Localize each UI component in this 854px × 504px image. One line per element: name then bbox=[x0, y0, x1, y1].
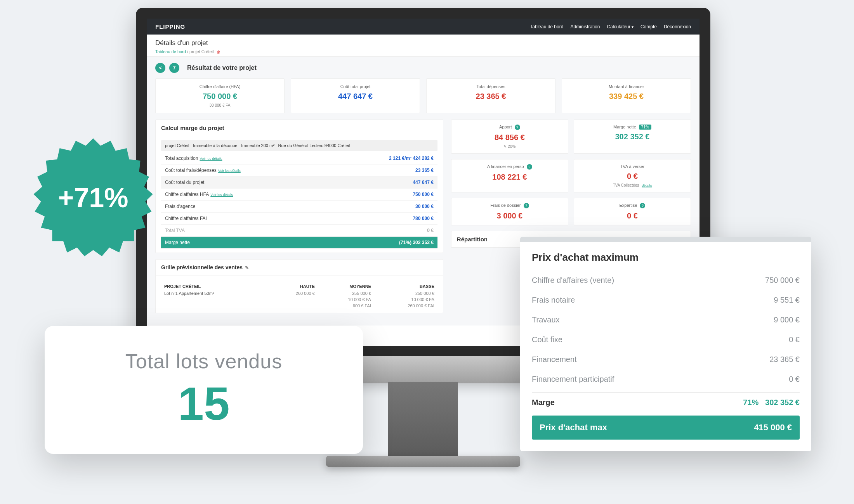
top-navbar: FLIPPING Tableau de bord Administration … bbox=[147, 19, 700, 35]
calc-row-marge: Marge nette (71%) 302 352 € bbox=[161, 237, 437, 249]
calc-marge-value: (71%) 302 352 € bbox=[399, 240, 434, 245]
help-icon[interactable]: ? bbox=[640, 203, 645, 208]
step-prev-button[interactable]: < bbox=[155, 63, 165, 73]
card-tva: TVA à verser 0 € TVA Collectées détails bbox=[574, 159, 691, 192]
grille-table: PROJET CRÉTEIL HAUTE MOYENNE BASSE Lot n… bbox=[161, 282, 437, 309]
card-frais-dossier: Frais de dossier ? 3 000 € bbox=[451, 198, 568, 225]
help-icon[interactable]: ? bbox=[524, 203, 529, 208]
card-expertise: Expertise ? 0 € bbox=[574, 198, 691, 225]
apport-sub[interactable]: ✎ 20% bbox=[455, 144, 564, 149]
kpi-cout-label: Coût total projet bbox=[295, 84, 416, 89]
apport-sub-text: 20% bbox=[508, 144, 516, 149]
grille-m2: 10 000 € FA bbox=[318, 296, 374, 303]
nav-dashboard[interactable]: Tableau de bord bbox=[530, 24, 563, 29]
exp-label: Expertise ? bbox=[578, 203, 687, 208]
prix-row-marge: Marge 71% 302 352 € bbox=[532, 392, 800, 412]
marge-value: 302 352 € bbox=[578, 132, 687, 141]
grille-row-2: 10 000 € FA 10 000 € FA bbox=[161, 296, 437, 303]
kpi-dep-label: Total dépenses bbox=[430, 84, 551, 89]
marge-label: Marge nette 71% bbox=[578, 125, 687, 129]
calc-acq-value: 2 121 €/m² 424 282 € bbox=[389, 156, 434, 161]
brand-logo[interactable]: FLIPPING bbox=[155, 23, 185, 30]
calc-row-hfa: Chiffre d'affaires HFAVoir les détails 7… bbox=[161, 189, 437, 201]
prix-financement-label: Financement bbox=[532, 355, 577, 364]
step-title: Résultat de votre projet bbox=[187, 64, 257, 71]
breadcrumb-root[interactable]: Tableau de bord bbox=[155, 49, 186, 54]
prix-ca-label: Chiffre d'affaires (vente) bbox=[532, 276, 614, 285]
card-financer-perso: A financer en perso ? 108 221 € bbox=[451, 159, 568, 192]
monitor-foot bbox=[326, 456, 520, 467]
calc-tva-value: 0 € bbox=[427, 228, 434, 233]
calc-marge-label: Marge nette bbox=[165, 240, 190, 245]
calc-panel-body: projet Créteil - Immeuble à la découpe -… bbox=[156, 136, 443, 253]
grille-col-proj: PROJET CRÉTEIL bbox=[161, 282, 269, 290]
prix-coutfixe-label: Coût fixe bbox=[532, 335, 562, 344]
prix-notaire-label: Frais notaire bbox=[532, 296, 575, 305]
prix-marge-pct: 71% bbox=[743, 398, 759, 407]
apport-label-text: Apport bbox=[499, 125, 512, 129]
kpi-fin-label: Montant à financer bbox=[566, 84, 687, 89]
prix-ca-value: 750 000 € bbox=[765, 276, 800, 285]
grille-body: PROJET CRÉTEIL HAUTE MOYENNE BASSE Lot n… bbox=[156, 275, 443, 313]
nav-compte[interactable]: Compte bbox=[640, 24, 657, 29]
calc-row-fai: Chiffre d'affaires FAI 780 000 € bbox=[161, 213, 437, 225]
calc-hfa-link[interactable]: Voir les détails bbox=[210, 193, 233, 197]
help-icon[interactable]: ? bbox=[515, 125, 520, 130]
grille-m3: 600 € FAI bbox=[318, 303, 374, 309]
prix-title: Prix d'achat maximum bbox=[520, 242, 811, 267]
kpi-row: Chiffre d'affaire (HFA) 750 000 € 30 000… bbox=[155, 78, 691, 113]
grille-m1: 255 000 € bbox=[318, 290, 374, 296]
calc-frais-label: Coût total frais/dépenses bbox=[165, 168, 217, 173]
page-header: Détails d'un projet Tableau de bord / pr… bbox=[147, 35, 700, 57]
nav-logout[interactable]: Déconnexion bbox=[664, 24, 691, 29]
nav-calculateur[interactable]: Calculateur bbox=[607, 24, 633, 29]
fd-label: Frais de dossier ? bbox=[455, 203, 564, 208]
prix-achat-max-bar: Prix d'achat max 415 000 € bbox=[532, 416, 800, 440]
monitor-neck bbox=[388, 382, 458, 460]
fp-label: A financer en perso ? bbox=[455, 164, 564, 170]
grille-b3: 260 000 € FAI bbox=[374, 303, 437, 309]
edit-icon[interactable] bbox=[245, 264, 249, 270]
prix-bar-value: 415 000 € bbox=[754, 423, 792, 433]
project-line: projet Créteil - Immeuble à la découpe -… bbox=[161, 140, 437, 151]
percentage-burst-badge: +71% bbox=[31, 136, 155, 260]
kpi-ca-label: Chiffre d'affaire (HFA) bbox=[160, 84, 280, 89]
grille-b2: 10 000 € FA bbox=[374, 296, 437, 303]
calc-frais-value: 23 365 € bbox=[415, 168, 434, 173]
row-fd-exp: Frais de dossier ? 3 000 € Expertise ? 0… bbox=[451, 198, 691, 225]
kpi-cout-value: 447 647 € bbox=[295, 92, 416, 101]
grille-col-moy: MOYENNE bbox=[318, 282, 374, 290]
exp-label-text: Expertise bbox=[619, 203, 637, 208]
apport-label: Apport ? bbox=[455, 125, 564, 130]
tva-sub: TVA Collectées détails bbox=[578, 183, 687, 187]
prix-financement-value: 23 365 € bbox=[769, 355, 800, 364]
delete-icon[interactable]: 🗑 bbox=[217, 50, 220, 54]
prix-marge-label: Marge bbox=[532, 398, 555, 407]
calc-hfa-label: Chiffre d'affaires HFA bbox=[165, 192, 209, 197]
right-column: Apport ? 84 856 € ✎ 20% Marge nette 71% bbox=[451, 120, 691, 254]
total-lots-card: Total lots vendus 15 bbox=[45, 326, 363, 454]
prix-notaire-value: 9 551 € bbox=[774, 296, 800, 305]
help-icon[interactable]: ? bbox=[527, 164, 532, 170]
prix-bar-label: Prix d'achat max bbox=[540, 423, 607, 433]
calc-acq-label: Total acquisition bbox=[165, 156, 198, 161]
calc-frais-link[interactable]: Voir les détails bbox=[218, 169, 241, 173]
breadcrumb: Tableau de bord / projet Créteil 🗑 bbox=[155, 49, 691, 54]
kpi-ca-sub: 30 000 € FA bbox=[160, 103, 280, 107]
row-apport-marge: Apport ? 84 856 € ✎ 20% Marge nette 71% bbox=[451, 120, 691, 154]
step-number[interactable]: 7 bbox=[169, 63, 179, 73]
calc-fai-label: Chiffre d'affaires FAI bbox=[165, 216, 207, 221]
prix-coutfixe-value: 0 € bbox=[789, 335, 800, 344]
calc-acq-link[interactable]: Voir les détails bbox=[200, 157, 222, 161]
nav-administration[interactable]: Administration bbox=[570, 24, 600, 29]
prix-travaux-label: Travaux bbox=[532, 315, 560, 324]
tva-details-link[interactable]: détails bbox=[642, 184, 652, 187]
marge-badge: 71% bbox=[639, 125, 651, 130]
apport-value: 84 856 € bbox=[455, 133, 564, 142]
grille-header-row: PROJET CRÉTEIL HAUTE MOYENNE BASSE bbox=[161, 282, 437, 290]
grille-h1: 260 000 € bbox=[269, 290, 318, 296]
tva-value: 0 € bbox=[578, 172, 687, 181]
card-marge: Marge nette 71% 302 352 € bbox=[574, 120, 691, 154]
prix-finpart-value: 0 € bbox=[789, 375, 800, 384]
left-column: Calcul marge du projet projet Créteil - … bbox=[155, 120, 443, 319]
